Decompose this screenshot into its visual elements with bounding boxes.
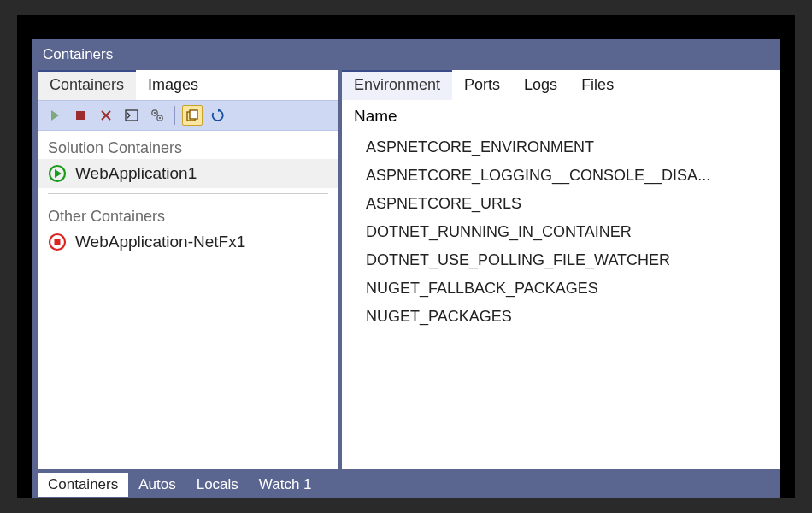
stop-icon	[75, 110, 85, 121]
tab-ports[interactable]: Ports	[452, 70, 512, 100]
tab-logs[interactable]: Logs	[512, 70, 569, 100]
env-row[interactable]: NUGET_FALLBACK_PACKAGES	[342, 274, 780, 303]
container-name: WebApplication-NetFx1	[75, 233, 245, 251]
svg-rect-10	[190, 110, 197, 119]
other-containers-label: Other Containers	[38, 199, 338, 227]
svg-point-8	[159, 116, 161, 118]
panel-title: Containers	[32, 39, 780, 70]
bottom-tab-containers[interactable]: Containers	[38, 473, 128, 497]
env-row[interactable]: DOTNET_USE_POLLING_FILE_WATCHER	[342, 246, 780, 274]
tab-images[interactable]: Images	[136, 70, 210, 100]
terminal-button[interactable]	[121, 105, 142, 126]
container-webapplication1[interactable]: WebApplication1	[38, 159, 338, 188]
remove-button[interactable]	[96, 105, 116, 126]
tab-containers[interactable]: Containers	[38, 70, 136, 100]
start-button[interactable]	[44, 105, 65, 126]
stopped-icon	[48, 233, 67, 251]
container-name: WebApplication1	[75, 164, 197, 183]
refresh-button[interactable]	[208, 105, 228, 126]
settings-button[interactable]	[147, 105, 168, 126]
copy-button[interactable]	[182, 105, 203, 126]
left-tabs: Containers Images	[38, 70, 338, 100]
gear-icon	[150, 109, 164, 122]
env-table-header[interactable]: Name	[342, 100, 780, 133]
toolbar-divider	[174, 106, 175, 125]
svg-rect-4	[126, 110, 138, 121]
svg-marker-0	[51, 110, 59, 121]
env-row[interactable]: ASPNETCORE_LOGGING__CONSOLE__DISA...	[342, 162, 780, 190]
containers-panel: Containers Containers Images	[32, 39, 780, 498]
play-icon	[49, 109, 61, 121]
svg-rect-1	[76, 111, 85, 120]
bottom-tab-autos[interactable]: Autos	[128, 473, 185, 497]
tab-files[interactable]: Files	[569, 70, 626, 100]
x-icon	[100, 109, 112, 121]
toolbar	[38, 100, 338, 131]
solution-containers-label: Solution Containers	[38, 131, 338, 159]
svg-marker-13	[55, 169, 62, 178]
terminal-icon	[125, 109, 138, 121]
copy-icon	[185, 109, 199, 122]
svg-rect-15	[55, 239, 61, 245]
left-pane: Containers Images	[38, 70, 338, 469]
section-divider	[48, 193, 328, 194]
svg-point-7	[154, 111, 156, 113]
refresh-icon	[211, 109, 225, 122]
bottom-tab-locals[interactable]: Locals	[186, 473, 249, 497]
container-webapplication-netfx1[interactable]: WebApplication-NetFx1	[38, 227, 338, 256]
env-row[interactable]: NUGET_PACKAGES	[342, 303, 780, 331]
right-tabs: Environment Ports Logs Files	[342, 70, 780, 100]
right-pane: Environment Ports Logs Files Name ASPNET…	[342, 70, 780, 469]
bottom-tab-watch1[interactable]: Watch 1	[249, 473, 322, 497]
running-icon	[48, 164, 67, 183]
env-table-body: ASPNETCORE_ENVIRONMENT ASPNETCORE_LOGGIN…	[342, 133, 780, 331]
env-row[interactable]: ASPNETCORE_ENVIRONMENT	[342, 133, 780, 162]
bottom-tabs: Containers Autos Locals Watch 1	[32, 473, 780, 498]
stop-button[interactable]	[70, 105, 91, 126]
env-row[interactable]: ASPNETCORE_URLS	[342, 190, 780, 218]
env-row[interactable]: DOTNET_RUNNING_IN_CONTAINER	[342, 218, 780, 246]
tab-environment[interactable]: Environment	[342, 70, 452, 100]
